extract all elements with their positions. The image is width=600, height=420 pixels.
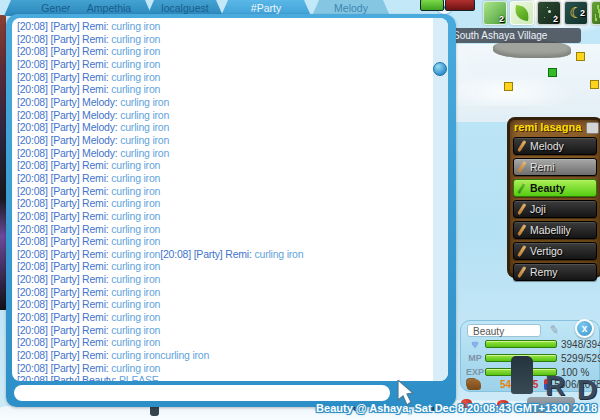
party-member-remi[interactable]: Remi [513, 158, 597, 176]
grass-icon-art [595, 5, 600, 21]
buff-count: 2 [553, 14, 558, 24]
character-sprite-front [511, 356, 533, 394]
target-hp-bar [420, 0, 444, 11]
moon-icon[interactable]: ☾2 [564, 1, 588, 25]
scrollbar-knob[interactable] [433, 62, 447, 76]
chat-line-message: curling iron [111, 362, 160, 374]
party-member-name: Remy [530, 266, 557, 278]
chat-line-message: curling iron [111, 286, 160, 298]
party-member-remy[interactable]: Remy [513, 263, 597, 281]
chat-line: [20:08] [Party] Remi: curling iron [17, 336, 433, 349]
minimap-trail [458, 72, 578, 106]
party-member-name: Remi [530, 161, 555, 173]
chat-line: [20:08] [Party] Remi: curling iron [17, 311, 433, 324]
chat-scrollbar[interactable] [433, 18, 448, 381]
chat-line-message: curling iron [111, 33, 160, 45]
chat-line: [20:08] [Party] Remi: curling iron [17, 324, 433, 337]
party-member-mabellily[interactable]: Mabellily [513, 221, 597, 239]
chat-line: [20:08] [Party] Melody: curling iron [17, 109, 433, 122]
character-name-field[interactable]: Beauty [467, 324, 541, 337]
chat-line-message: curling ironcurling iron [111, 349, 209, 361]
minimap[interactable] [448, 44, 600, 122]
chat-line-message: curling iron [111, 185, 160, 197]
party-member-joji[interactable]: Joji [513, 200, 597, 218]
class-icon [517, 267, 525, 278]
party-window-button[interactable] [586, 122, 599, 134]
class-icon [517, 141, 525, 152]
chat-line-meta: [20:08] [Party] Melody: [17, 147, 120, 159]
chat-line-message: curling iron [111, 210, 160, 222]
chat-line-meta: [20:08] [Party] Remi: [17, 311, 111, 323]
grass-icon[interactable]: 1 [591, 1, 600, 25]
class-icon [517, 225, 525, 236]
class-icon [517, 183, 525, 194]
target-hp-bar-red [445, 0, 475, 11]
chat-line-meta: [20:08] [Party] Melody: [17, 121, 120, 133]
chat-line-message: curling iron [120, 109, 169, 121]
sparkle-icon[interactable]: 2 [537, 1, 561, 25]
party-member-melody[interactable]: Melody [513, 137, 597, 155]
chat-line: [20:08] [Party] Remi: curling iron [17, 33, 433, 46]
chat-line: [20:08] [Party] Remi: curling iron[20:08… [17, 248, 433, 261]
chat-line-meta: [20:08] [Party] Remi: [17, 58, 111, 70]
chat-line: [20:08] [Party] Remi: curling iron [17, 185, 433, 198]
class-icon [517, 204, 525, 215]
chat-line: [20:08] [Party] Melody: curling iron [17, 121, 433, 134]
chat-line-message: curling iron [111, 235, 160, 247]
buff-green[interactable]: 2 [483, 1, 507, 25]
chat-line-meta: [20:08] [Party] Remi: [17, 20, 111, 32]
chat-content-area: [20:08] [Party] Remi: curling iron[20:08… [12, 18, 448, 381]
chat-line-meta: [20:08] [Party] Remi: [17, 336, 111, 348]
leaf-icon[interactable] [510, 1, 534, 25]
minimap-npc-marker [504, 82, 513, 91]
status-bar-text: Beauty @ Ashaya, Sat Dec 8 20:08:43 GMT+… [316, 402, 597, 414]
chat-line-meta: [20:08] [Party] Remi: [17, 298, 111, 310]
pet-icon[interactable] [467, 379, 481, 390]
chat-line: [20:08] [Party] Melody: curling iron [17, 134, 433, 147]
chat-line-message: curling iron [111, 324, 160, 336]
chat-line-message: curling iron [111, 311, 160, 323]
chat-line-message: curling iron [120, 147, 169, 159]
hp-value: 3948/3948 [561, 339, 600, 350]
chat-line-message: curling iron [120, 134, 169, 146]
chat-line: [20:08] [Party] Remi: curling iron [17, 58, 433, 71]
party-member-name: Joji [530, 203, 546, 215]
chat-line: [20:08] [Party] Melody: curling iron [17, 147, 433, 160]
gold-amount: 54 [500, 379, 511, 390]
chat-line-meta: [20:08] [Party] Remi: [17, 159, 111, 171]
party-member-vertigo[interactable]: Vertigo [513, 242, 597, 260]
chat-line: [20:08] [Party] Remi: curling iron [17, 362, 433, 375]
chat-line-meta: [20:08] [Party] Remi: [17, 45, 111, 57]
minimap-npc-marker [576, 52, 585, 61]
chat-input[interactable] [14, 385, 390, 401]
chat-line: [20:08] [Party] Remi: curling iron [17, 197, 433, 210]
chat-line-meta: [20:08] [Party] Melody: [17, 134, 120, 146]
party-member-list: MelodyRemiBeautyJojiMabellilyVertigoRemy [510, 136, 600, 281]
chat-line: [20:08] [Party] Melody: curling iron [17, 96, 433, 109]
chat-line: [20:08] [Party] Remi: curling iron [17, 235, 433, 248]
chat-line: [20:08] [Party] Remi: curling iron [17, 286, 433, 299]
class-icon [517, 246, 525, 257]
chat-line-meta: [20:08] [Party] Remi: [17, 248, 111, 260]
mouse-cursor [397, 380, 417, 406]
status-close-icon[interactable]: x [575, 319, 594, 338]
chat-line-message: curling iron [111, 71, 160, 83]
party-window: remi lasagna MelodyRemiBeautyJojiMabelli… [507, 117, 600, 278]
mp-value: 5299/5299 [561, 353, 600, 364]
chat-line-message: curling iron [111, 260, 160, 272]
buff-count: 2 [499, 14, 504, 24]
edit-pencil-icon[interactable]: ✎ [548, 322, 560, 338]
chat-line-message: curling iron [111, 273, 160, 285]
chat-line: [20:08] [Party] Remi: curling iron [17, 71, 433, 84]
chat-line-meta: [20:08] [Party] Remi: [17, 235, 111, 247]
chat-line-meta: [20:08] [Party] Beauty: [17, 374, 119, 381]
chat-line-meta: [20:08] [Party] Remi: [17, 349, 111, 361]
chat-line-meta: [20:08] [Party] Remi: [17, 273, 111, 285]
party-member-name: Mabellily [530, 224, 571, 236]
chat-line-meta: [20:08] [Party] Remi: [17, 83, 111, 95]
party-member-beauty[interactable]: Beauty [513, 179, 597, 197]
chat-line-message: curling iron [111, 248, 160, 260]
chat-lines[interactable]: [20:08] [Party] Remi: curling iron[20:08… [12, 18, 433, 381]
chat-line: [20:08] [Party] Remi: curling iron [17, 45, 433, 58]
chat-line-message: curling iron [111, 197, 160, 209]
